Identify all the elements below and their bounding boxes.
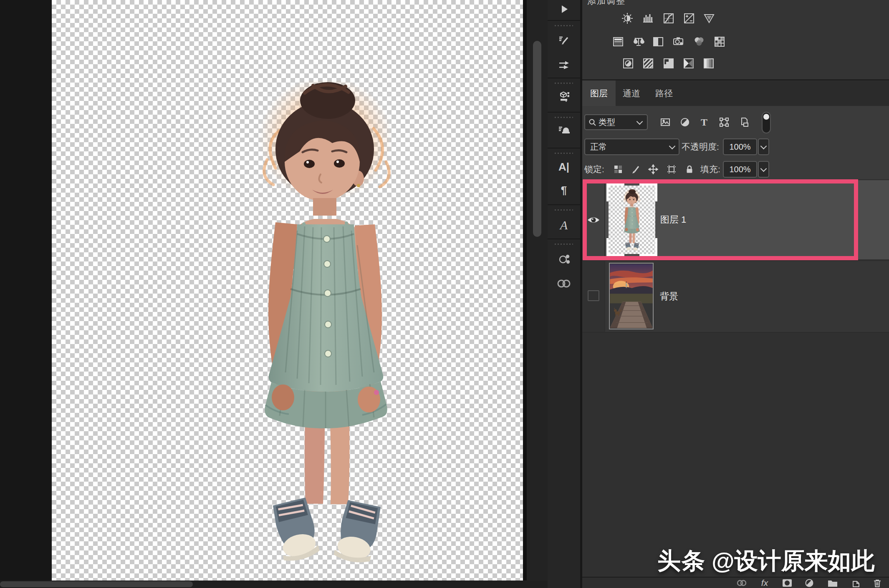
adjustment-hue-saturation-icon[interactable] [611,35,625,49]
adjustment-photo-filter-icon[interactable] [672,35,686,49]
adjustment-brightness-contrast-icon[interactable] [620,11,634,25]
adjustment-color-lookup-icon[interactable] [712,35,727,49]
layers-bottom-bar: fx [582,577,889,588]
eye-icon[interactable] [587,215,600,225]
character-panel-icon[interactable]: A| [558,161,569,173]
filter-smart-object-icon[interactable] [738,116,750,128]
search-icon [588,118,596,126]
opacity-label: 不透明度: [682,138,719,155]
watermark-prefix: 头条 [657,545,706,577]
photoshop-window: A| ¶ A 添加调整 [0,0,889,588]
opacity-input[interactable]: 100% [723,138,757,155]
lock-paint-icon[interactable] [630,164,641,175]
toggle-knob [763,114,769,120]
adjustment-selective-color-icon[interactable] [702,56,716,70]
paragraph-panel-icon[interactable]: ¶ [561,184,567,197]
blend-mode-value: 正常 [590,141,607,153]
adjustment-exposure-icon[interactable] [682,11,696,25]
thumbnail-bracket [639,238,657,256]
visibility-column [582,180,605,259]
layer-filter-toggle[interactable] [762,112,771,133]
pasteboard-left [0,0,52,580]
adjustment-posterize-icon[interactable] [641,56,655,70]
adjustment-threshold-icon[interactable] [662,56,676,70]
link-layers-icon[interactable] [736,578,746,588]
actions-panel-icon[interactable] [558,3,570,15]
tab-channels[interactable]: 通道 [618,80,645,106]
delete-layer-icon[interactable] [872,578,882,588]
filter-shape-icon[interactable] [718,116,730,128]
lock-position-icon[interactable] [648,164,659,175]
lock-artboard-icon[interactable] [666,164,677,175]
libraries-share-panel-icon[interactable] [558,253,570,266]
adjustment-black-white-icon[interactable] [651,35,665,49]
canvas-right-border [523,0,527,580]
chevron-down-icon [669,143,676,149]
fill-label: 填充: [700,161,720,178]
blend-mode-select[interactable]: 正常 [584,138,679,155]
layer-row-selected[interactable]: 图层 1 [582,180,889,259]
adjustment-channel-mixer-icon[interactable] [692,35,706,49]
watermark-handle: @设计原来如此 [712,545,875,577]
lock-transparency-icon[interactable] [613,164,624,175]
adjustment-color-balance-icon[interactable] [631,35,646,49]
new-adjustment-layer-icon[interactable] [804,578,814,588]
filter-adjustment-icon[interactable] [679,116,691,128]
thumbnail-bracket [606,238,624,256]
brushes-panel-icon[interactable] [558,59,570,71]
chevron-down-icon [636,118,643,125]
panel-dock: A| ¶ A [548,0,581,588]
layers-panel-group: 添加调整 [582,0,889,588]
panel-tab-bar: 图层 通道 路径 [582,80,889,106]
layers-empty-area [582,333,889,577]
layer-comps-panel-icon[interactable] [558,90,570,103]
glyphs-panel-icon[interactable]: A [560,218,568,232]
brush-settings-panel-icon[interactable] [558,34,570,46]
vertical-scrollbar[interactable] [533,41,541,237]
tab-paths[interactable]: 路径 [651,80,677,106]
background-thumbnail[interactable] [609,263,654,329]
sunset-road-photo [610,264,653,329]
add-layer-mask-icon[interactable] [782,578,792,588]
filter-kind-label: 类型 [599,117,615,128]
document-canvas-transparency[interactable] [52,0,523,580]
cutout-girl-image [250,80,402,568]
filter-image-icon[interactable] [659,116,672,128]
adjustment-curves-icon[interactable] [662,11,676,25]
lock-all-icon[interactable] [684,164,695,175]
adjustment-gradient-map-icon[interactable] [682,56,696,70]
layer-filter-kind-select[interactable]: 类型 [584,114,648,130]
lock-label: 锁定: [584,161,604,178]
adjustments-panel-title: 添加调整 [587,0,626,7]
visibility-checkbox-empty[interactable] [588,290,599,301]
thumbnail-bracket [606,183,624,201]
fill-input[interactable]: 100% [723,161,757,178]
filter-type-icon[interactable]: T [698,116,710,128]
new-layer-icon[interactable] [851,578,861,588]
horizontal-scrollbar[interactable] [0,581,193,587]
watermark: 头条 @设计原来如此 [657,542,886,577]
layer-name[interactable]: 背景 [660,261,678,332]
visibility-column [582,261,605,332]
layer-name[interactable]: 图层 1 [660,180,686,259]
layer-style-fx-button[interactable]: fx [760,578,770,588]
opacity-dropdown-button[interactable] [758,138,769,155]
fill-dropdown-button[interactable] [758,161,769,178]
thumbnail-bracket [639,183,657,201]
adjustment-vibrance-icon[interactable] [702,11,716,25]
clone-source-panel-icon[interactable] [558,124,570,136]
creative-cloud-icon[interactable] [557,279,571,289]
adjustment-invert-icon[interactable] [621,56,635,70]
layer-thumbnail[interactable] [609,186,655,254]
tab-layers[interactable]: 图层 [582,80,616,106]
new-group-icon[interactable] [828,578,838,588]
layer-row-background[interactable]: 背景 [582,261,889,332]
adjustment-levels-icon[interactable] [641,11,655,25]
